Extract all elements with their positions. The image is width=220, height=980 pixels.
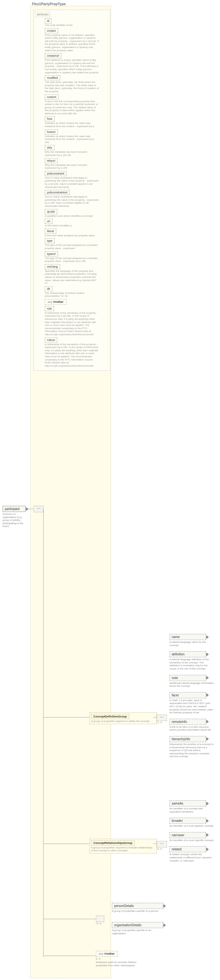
sequence-node[interactable]: [33, 506, 44, 512]
extension-desc: Extension point for provider-defined pro…: [96, 961, 147, 967]
connector: [25, 509, 33, 509]
org-details-element[interactable]: organisationDetails: [112, 922, 163, 928]
element-desc: An identifier of a concept with equivale…: [169, 807, 214, 813]
expand-icon: [206, 635, 209, 639]
connector: [43, 919, 96, 919]
child-element-row: hierarchyInfoRepresents the position of …: [169, 736, 214, 758]
attr-row: typeuriThe type of the concept assigned …: [45, 251, 102, 263]
concept-definition-group: ConceptDefinitionGroup A group of proper…: [90, 712, 157, 724]
attr-how[interactable]: how: [45, 116, 55, 121]
child-element-row: definitionA natural language definition …: [169, 651, 214, 670]
element-broader[interactable]: broader: [169, 818, 206, 824]
child-element-row: relatedA related concept, where the rela…: [169, 846, 214, 862]
attr-roleuri: roleuri A refinement of the semantics of…: [45, 337, 102, 368]
element-note[interactable]: note: [169, 675, 206, 681]
attr-pubconstrainturi[interactable]: pubconstrainturi: [45, 190, 70, 195]
attr-modified[interactable]: modified: [45, 75, 60, 80]
attr-uri[interactable]: uri: [45, 219, 52, 224]
element-narrower[interactable]: narrower: [169, 832, 206, 838]
roleuri-box[interactable]: roleuri: [45, 337, 57, 342]
element-desc: In NAR 1.8 and later, facet is deprecate…: [169, 699, 214, 714]
role-box[interactable]: role: [45, 306, 54, 311]
element-facet[interactable]: facet: [169, 692, 206, 698]
attr-custom[interactable]: custom: [45, 94, 59, 100]
attr-whyuri[interactable]: whyuri: [45, 158, 57, 163]
attr-xml:lang[interactable]: xml:lang: [45, 264, 60, 269]
attr-row: uriA URI which identifies a: [45, 219, 102, 228]
concept-relationships-group: ConceptRelationshipsGroup A group of pro…: [90, 839, 157, 854]
org-details-desc: A group of properties specific to an org…: [112, 929, 163, 935]
attr-typeuri[interactable]: typeuri: [45, 251, 58, 256]
attr-row: literalA free-text value assigned as pro…: [45, 229, 102, 237]
expand-icon: [206, 819, 209, 823]
attr-type[interactable]: type: [45, 238, 55, 243]
person-details-desc: A group of properties specific to a pers…: [112, 910, 163, 913]
participant-element[interactable]: participant: [3, 506, 25, 512]
role-desc: A refinement of the semantics of the pro…: [45, 312, 99, 336]
extension-any-box[interactable]: any ##other: [96, 951, 118, 957]
attr-why[interactable]: why: [45, 145, 54, 150]
attr-row: pubconstraintOne or many constraints tha…: [45, 171, 102, 189]
attr-dir[interactable]: dir: [45, 286, 52, 291]
root-element: participant A person or organisation (e.…: [3, 506, 25, 528]
attr-desc: If the property value is not defined, sp…: [45, 33, 99, 52]
sequence-node[interactable]: [157, 714, 167, 721]
element-sameAs[interactable]: sameAs: [169, 800, 206, 807]
attr-row: creatoruriIf the attribute is empty, spe…: [45, 53, 102, 74]
attr-howuri[interactable]: howuri: [45, 129, 58, 134]
element-desc: A natural language name for the concept.: [169, 641, 214, 647]
cardinality: 0..∞: [96, 957, 147, 960]
element-related[interactable]: related: [169, 846, 206, 852]
expand-icon: [206, 676, 209, 680]
expand-icon: [206, 833, 209, 837]
attr-qcode[interactable]: qcode: [45, 209, 57, 214]
attr-desc: Why the metadata has been included - exp…: [45, 164, 99, 170]
any-attribute-box[interactable]: any ##other: [45, 299, 66, 305]
cardinality: 0..∞: [97, 922, 101, 925]
attr-row: whyWhy the metadata has been included - …: [45, 145, 102, 157]
element-desc: A natural language definition of the sem…: [169, 658, 214, 670]
roleuri-desc: A refinement of the semantics of the pro…: [45, 343, 99, 368]
attr-desc: A URI which identifies a: [45, 224, 99, 228]
element-hierarchyInfo[interactable]: hierarchyInfo: [169, 736, 206, 742]
attr-any: any ##other: [45, 299, 102, 305]
connector: [43, 843, 90, 844]
element-label: participant: [5, 507, 19, 511]
group-desc: A group of properties required to indica…: [91, 846, 155, 852]
group-title[interactable]: ConceptRelationshipsGroup: [91, 840, 135, 846]
attr-desc: Indicates by which means the value was e…: [45, 122, 99, 128]
attr-row: whyuriWhy the metadata has been included…: [45, 158, 102, 170]
attr-id[interactable]: id: [45, 18, 51, 23]
child-element-row: broaderAn identifier of a more generic c…: [169, 818, 214, 827]
sequence-node[interactable]: [157, 841, 167, 848]
person-details-element[interactable]: personDetails: [112, 903, 163, 909]
attr-desc: If set to true the corresponding propert…: [45, 100, 99, 115]
expand-icon: [163, 923, 166, 927]
attr-desc: Why the metadata has been included - exp…: [45, 151, 99, 157]
child-element-row: noteAdditional natural language informat…: [169, 675, 214, 688]
attr-desc: One or many constraints that apply to pu…: [45, 195, 99, 207]
element-remoteInfo[interactable]: remoteInfo: [169, 719, 206, 725]
diagram-canvas: Flex1PartyPropType participant A person …: [0, 0, 220, 980]
attr-row: pubconstrainturiOne or many constraints …: [45, 190, 102, 207]
child-element-row: nameA natural language name for the conc…: [169, 634, 214, 647]
attr-desc: The directionality of textual content (e…: [45, 292, 99, 298]
attr-pubconstraint[interactable]: pubconstraint: [45, 171, 66, 176]
attr-desc: A free-text value assigned as property v…: [45, 234, 99, 237]
attr-creator[interactable]: creator: [45, 28, 58, 33]
attr-desc: Indicates by which means the value was e…: [45, 135, 99, 144]
attr-creatoruri[interactable]: creatoruri: [45, 53, 62, 58]
choice-node[interactable]: [96, 916, 104, 922]
attr-row: howuriIndicates by which means the value…: [45, 129, 102, 144]
attr-literal[interactable]: literal: [45, 229, 56, 234]
element-name[interactable]: name: [169, 634, 206, 640]
element-desc: A link to an item or a web resource whic…: [169, 725, 214, 732]
org-details-row: organisationDetails A group of propertie…: [112, 922, 163, 935]
cardinality: 0..∞: [157, 848, 162, 850]
group-title[interactable]: ConceptDefinitionGroup: [91, 714, 129, 719]
attr-desc: If the attribute is empty, specifies whi…: [45, 59, 99, 74]
element-desc: Represents the position of a concept in …: [169, 743, 214, 758]
any-label: any: [47, 300, 52, 304]
element-definition[interactable]: definition: [169, 651, 206, 657]
expand-icon: [206, 693, 209, 697]
